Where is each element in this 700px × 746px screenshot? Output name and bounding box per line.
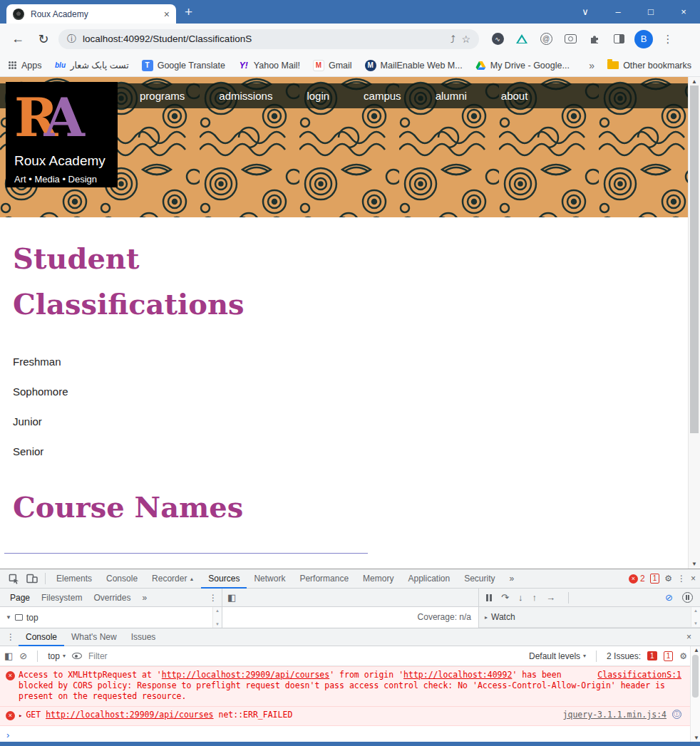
side-panel-icon[interactable] [610,31,627,48]
error-source-link[interactable]: jquery-3.1.1.min.js:4 [563,710,666,720]
scroll-up-icon[interactable]: ▲ [689,78,700,85]
url-text[interactable]: localhost:40992/Student/ClassificationS [83,33,443,44]
extension-icon-2[interactable] [513,31,530,48]
bookmark-item[interactable]: M MailEnable Web M... [365,60,463,71]
issues-count-badge[interactable]: 1 [647,651,657,660]
device-toolbar-icon[interactable] [23,574,41,584]
sidebar-scrollbar[interactable]: ▲▼ [691,607,700,627]
drawer-tab-issues[interactable]: Issues [124,628,163,646]
browser-tab[interactable]: Roux Academy × [6,4,176,24]
scrollbar-thumb[interactable] [692,655,699,698]
tab-close-icon[interactable]: × [164,9,170,19]
devtools-close-icon[interactable]: × [691,574,696,584]
extensions-puzzle-icon[interactable] [586,31,603,48]
back-button[interactable]: ← [7,29,29,50]
frame-tree-item-top[interactable]: top [26,613,38,623]
console-sidebar-icon[interactable]: ◧ [4,651,13,661]
drawer-tab-console[interactable]: Console [19,628,64,646]
tab-performance[interactable]: Performance [292,569,356,589]
profile-avatar[interactable]: B [634,30,653,48]
bookmark-item[interactable]: T Google Translate [142,60,225,71]
issues-summary[interactable]: 2 Issues: [607,651,641,661]
watch-section[interactable]: ▸ Watch ▲▼ [479,607,700,628]
nav-admissions[interactable]: admissions [219,90,272,102]
nav-programs[interactable]: programs [140,90,185,102]
screenshot-extension-icon[interactable] [562,31,579,48]
scroll-down-icon[interactable]: ▼ [689,561,700,567]
scroll-up-icon[interactable]: ▲ [694,608,698,613]
drawer-tab-whats-new[interactable]: What's New [64,628,124,646]
drawer-close-icon[interactable]: × [686,632,697,642]
tab-console[interactable]: Console [99,569,145,589]
clear-console-icon[interactable]: ⊘ [19,651,27,661]
context-selector[interactable]: top ▾ [48,651,66,661]
bookmark-star-icon[interactable]: ☆ [461,33,470,45]
bookmark-item[interactable]: M Gmail [313,60,352,71]
reload-button[interactable]: ↻ [33,29,54,50]
issues-count-badge-2[interactable]: 1 [664,651,674,661]
browser-menu-icon[interactable]: ⋮ [660,33,676,46]
page-info-icon[interactable]: ⓘ [67,33,76,46]
inspect-element-icon[interactable] [4,574,23,584]
step-icon[interactable]: → [546,592,555,603]
tabs-overflow-icon[interactable]: » [503,569,522,589]
toggle-navigator-icon[interactable]: ◧ [227,592,236,603]
deactivate-breakpoints-icon[interactable]: ⊘ [665,592,673,603]
navigator-menu-icon[interactable]: ⋮ [209,593,217,603]
tab-application[interactable]: Application [401,569,457,589]
bookmark-item[interactable]: blu تست پابک شعار [55,60,129,71]
console-errors-badge[interactable]: × 2 [629,574,645,584]
nav-about[interactable]: about [501,90,528,102]
watch-expand-icon[interactable]: ▸ [485,614,488,621]
issues-badge[interactable]: 1 [650,574,660,584]
error-source-link[interactable]: ClassificationS:1 [597,670,681,680]
nav-login[interactable]: login [307,90,329,102]
close-button[interactable]: × [667,6,700,17]
minimize-button[interactable]: – [602,6,634,17]
tab-memory[interactable]: Memory [356,569,401,589]
tab-recorder[interactable]: Recorder▲ [145,569,201,589]
scroll-up-icon[interactable]: ▲ [215,608,220,613]
tab-page[interactable]: Page [4,589,36,607]
tab-sources[interactable]: Sources [201,569,247,589]
failed-url-link[interactable]: http://localhost:29909/api/courses [46,710,213,720]
initiator-icon[interactable]: ⓘ [672,710,681,719]
tab-network[interactable]: Network [247,569,292,589]
expand-icon[interactable]: ▸ [19,712,22,719]
extension-icon-1[interactable]: ∿ [489,31,506,48]
new-tab-button[interactable]: + [185,4,192,20]
scroll-up-icon[interactable]: ▲ [691,647,700,653]
share-icon[interactable]: ⤴ [450,33,455,45]
step-over-icon[interactable]: ↷ [501,592,509,603]
tree-collapse-icon[interactable]: ▼ [6,614,11,621]
extension-icon-3[interactable]: @ [537,31,555,48]
bookmarks-overflow-icon[interactable]: » [589,60,595,71]
nav-campus[interactable]: campus [364,90,401,102]
site-logo[interactable]: RA Roux Academy Art • Media • Design [6,82,118,187]
console-settings-icon[interactable]: ⚙ [679,651,687,661]
devtools-settings-icon[interactable]: ⚙ [664,574,672,584]
step-into-icon[interactable]: ↓ [518,592,523,603]
other-bookmarks[interactable]: Other bookmarks [607,61,691,71]
scrollbar-thumb[interactable] [690,86,699,433]
step-out-icon[interactable]: ↑ [532,592,537,603]
console-scrollbar[interactable]: ▲ ▼ [690,646,700,742]
devtools-menu-icon[interactable]: ⋮ [677,574,686,584]
page-scrollbar[interactable]: ▲ ▼ [688,77,700,569]
bookmark-item[interactable]: Y! Yahoo Mail! [238,60,300,71]
bookmark-item[interactable]: My Drive - Google... [475,61,570,71]
nav-alumni[interactable]: alumni [436,90,467,102]
pause-on-exceptions-icon[interactable] [682,592,693,603]
live-expression-icon[interactable] [72,653,82,659]
scroll-down-icon[interactable]: ▼ [215,622,220,626]
scroll-down-icon[interactable]: ▼ [691,735,700,741]
tab-security[interactable]: Security [457,569,502,589]
navigator-overflow-icon[interactable]: » [136,589,153,607]
origin-url-link[interactable]: http://localhost:40992 [403,670,512,680]
console-filter-input[interactable] [88,651,523,661]
apps-shortcut[interactable]: Apps [9,61,42,71]
tab-filesystem[interactable]: Filesystem [36,589,88,607]
window-menu-icon[interactable]: ∨ [569,6,602,17]
scroll-down-icon[interactable]: ▼ [694,621,698,626]
maximize-button[interactable]: □ [634,6,667,17]
